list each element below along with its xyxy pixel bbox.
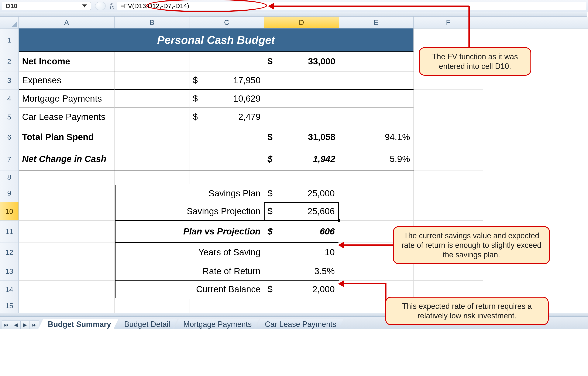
row-header-4[interactable]: 4 — [0, 90, 19, 108]
cell-B12[interactable]: Years of Saving — [115, 243, 264, 262]
row-header-12[interactable]: 12 — [0, 243, 19, 262]
row-header-6[interactable]: 6 — [0, 126, 19, 148]
cell-F14[interactable] — [414, 281, 483, 299]
cell-C6[interactable] — [189, 126, 264, 148]
cell-C4[interactable]: $10,629 — [189, 90, 264, 108]
row-header-7[interactable]: 7 — [0, 148, 19, 170]
cell-F7[interactable] — [414, 148, 483, 170]
cell-B10[interactable]: Savings Projection — [115, 202, 264, 221]
tab-nav-first-icon[interactable]: ⏮ — [2, 321, 11, 329]
cell-C2[interactable] — [189, 52, 264, 71]
cell-D15[interactable] — [264, 299, 339, 313]
cell-D4[interactable] — [264, 90, 339, 108]
cell-D6[interactable]: $31,058 — [264, 126, 339, 148]
cell-F5[interactable] — [414, 108, 483, 126]
cell-D9[interactable]: $25,000 — [264, 184, 339, 202]
cell-C8[interactable] — [189, 170, 264, 184]
cell-B15[interactable] — [115, 299, 189, 313]
cell-E9[interactable] — [339, 184, 414, 202]
cell-A4[interactable]: Mortgage Payments — [19, 90, 115, 108]
row-header-5[interactable]: 5 — [0, 108, 19, 126]
row-header-1[interactable]: 1 — [0, 29, 19, 52]
col-header-C[interactable]: C — [189, 17, 264, 28]
fx-icon[interactable]: fx — [110, 2, 114, 10]
cell-A9[interactable] — [19, 184, 115, 202]
row-header-8[interactable]: 8 — [0, 170, 19, 184]
cell-D10[interactable]: $25,606 — [264, 202, 339, 221]
cell-A10[interactable] — [19, 202, 115, 221]
cell-C7[interactable] — [189, 148, 264, 170]
cell-C15[interactable] — [189, 299, 264, 313]
cell-A6[interactable]: Total Plan Spend — [19, 126, 115, 148]
cell-F13[interactable] — [414, 262, 483, 281]
cell-D14[interactable]: $2,000 — [264, 281, 339, 299]
cell-E5[interactable] — [339, 108, 414, 126]
cell-D3[interactable] — [264, 71, 339, 90]
cell-A3[interactable]: Expenses — [19, 71, 115, 90]
cell-A2[interactable]: Net Income — [19, 52, 115, 71]
col-header-D[interactable]: D — [264, 17, 339, 28]
cell-F8[interactable] — [414, 170, 483, 184]
cell-A12[interactable] — [19, 243, 115, 262]
cell-F6[interactable] — [414, 126, 483, 148]
cell-B7[interactable] — [115, 148, 189, 170]
formula-cancel-icon[interactable] — [95, 2, 106, 10]
col-header-B[interactable]: B — [115, 17, 189, 28]
tab-nav-next-icon[interactable]: ▶ — [20, 321, 30, 329]
cell-B5[interactable] — [115, 108, 189, 126]
title-cell[interactable]: Personal Cash Budget — [19, 29, 414, 52]
row-header-2[interactable]: 2 — [0, 52, 19, 71]
col-header-A[interactable]: A — [19, 17, 115, 28]
cell-B2[interactable] — [115, 52, 189, 71]
row-header-15[interactable]: 15 — [0, 299, 19, 313]
cell-D8[interactable] — [264, 170, 339, 184]
tab-budget-summary[interactable]: Budget Summary — [38, 319, 118, 329]
tab-car-lease-payments[interactable]: Car Lease Payments — [255, 319, 344, 329]
row-header-9[interactable]: 9 — [0, 184, 19, 202]
name-box-dropdown-icon[interactable] — [82, 4, 87, 7]
cell-E10[interactable] — [339, 202, 414, 221]
cell-E7[interactable]: 5.9% — [339, 148, 414, 170]
cell-C3[interactable]: $17,950 — [189, 71, 264, 90]
row-header-14[interactable]: 14 — [0, 281, 19, 299]
cell-D7[interactable]: $1,942 — [264, 148, 339, 170]
row-header-10[interactable]: 10 — [0, 202, 19, 221]
cell-B11[interactable]: Plan vs Projection — [115, 221, 264, 243]
cell-A7[interactable]: Net Change in Cash — [19, 148, 115, 170]
row-header-13[interactable]: 13 — [0, 262, 19, 281]
cell-D13[interactable]: 3.5% — [264, 262, 339, 281]
cell-E13[interactable] — [339, 262, 414, 281]
cell-B9[interactable]: Savings Plan — [115, 184, 264, 202]
tab-nav-prev-icon[interactable]: ◀ — [11, 321, 20, 329]
row-header-3[interactable]: 3 — [0, 71, 19, 90]
cell-A11[interactable] — [19, 221, 115, 243]
formula-expand-bar[interactable] — [0, 12, 587, 17]
tab-budget-detail[interactable]: Budget Detail — [115, 319, 178, 329]
cell-A14[interactable] — [19, 281, 115, 299]
cell-E4[interactable] — [339, 90, 414, 108]
cell-F4[interactable] — [414, 90, 483, 108]
cell-D11[interactable]: $606 — [264, 221, 339, 243]
tab-nav-last-icon[interactable]: ⏭ — [30, 321, 39, 329]
name-box[interactable]: D10 — [2, 2, 91, 10]
tab-mortgage-payments[interactable]: Mortgage Payments — [174, 319, 259, 329]
cell-A8[interactable] — [19, 170, 115, 184]
fill-handle[interactable] — [338, 219, 340, 222]
col-header-F[interactable]: F — [414, 17, 483, 28]
cell-F9[interactable] — [414, 184, 483, 202]
cell-E8[interactable] — [339, 170, 414, 184]
cell-E2[interactable] — [339, 52, 414, 71]
cell-B13[interactable]: Rate of Return — [115, 262, 264, 281]
cell-B6[interactable] — [115, 126, 189, 148]
cell-B4[interactable] — [115, 90, 189, 108]
cell-B8[interactable] — [115, 170, 189, 184]
select-all-corner[interactable] — [0, 17, 19, 28]
cell-A13[interactable] — [19, 262, 115, 281]
col-header-E[interactable]: E — [339, 17, 414, 28]
cell-B3[interactable] — [115, 71, 189, 90]
cell-C5[interactable]: $2,479 — [189, 108, 264, 126]
cell-D12[interactable]: 10 — [264, 243, 339, 262]
cell-F10[interactable] — [414, 202, 483, 221]
cell-A15[interactable] — [19, 299, 115, 313]
cell-D5[interactable] — [264, 108, 339, 126]
